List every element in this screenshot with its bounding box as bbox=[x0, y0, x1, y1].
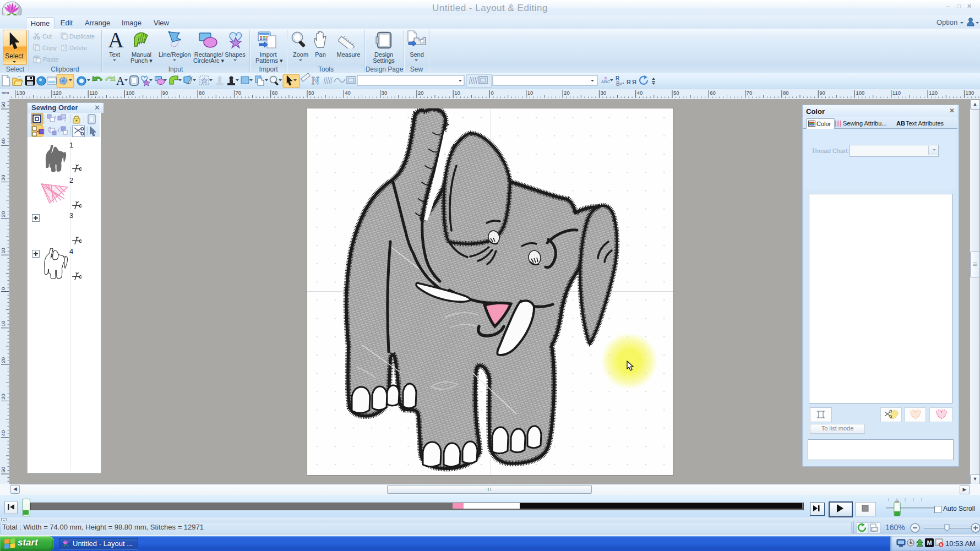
svg-text:60: 60 bbox=[272, 90, 278, 96]
svg-text:120: 120 bbox=[53, 90, 62, 96]
svg-text:90: 90 bbox=[819, 90, 825, 96]
svg-text:40: 40 bbox=[345, 90, 351, 96]
svg-text:20: 20 bbox=[0, 211, 6, 217]
svg-text:30: 30 bbox=[0, 175, 6, 181]
svg-text:40: 40 bbox=[0, 138, 6, 144]
svg-text:10: 10 bbox=[0, 321, 6, 327]
svg-text:0: 0 bbox=[0, 287, 6, 290]
svg-text:10: 10 bbox=[527, 90, 533, 96]
svg-text:20: 20 bbox=[0, 357, 6, 363]
svg-text:70: 70 bbox=[747, 90, 753, 96]
svg-text:40: 40 bbox=[637, 90, 643, 96]
svg-text:100: 100 bbox=[126, 90, 135, 96]
svg-text:20: 20 bbox=[418, 90, 424, 96]
svg-text:30: 30 bbox=[600, 90, 606, 96]
svg-text:30: 30 bbox=[0, 394, 6, 400]
svg-text:N: N bbox=[312, 75, 319, 86]
svg-text:90: 90 bbox=[162, 90, 168, 96]
svg-text:110: 110 bbox=[89, 90, 97, 96]
svg-text:80: 80 bbox=[783, 90, 789, 96]
svg-text:40: 40 bbox=[0, 430, 6, 437]
svg-text:130: 130 bbox=[965, 90, 974, 96]
svg-text:A: A bbox=[116, 74, 125, 88]
svg-text:50: 50 bbox=[673, 90, 679, 96]
svg-text:20: 20 bbox=[564, 90, 570, 96]
svg-text:ABC: ABC bbox=[601, 79, 611, 84]
svg-text:60: 60 bbox=[710, 90, 716, 96]
svg-text:110: 110 bbox=[892, 90, 901, 96]
svg-text:120: 120 bbox=[929, 90, 938, 96]
svg-text:130: 130 bbox=[17, 90, 25, 96]
svg-text:R: R bbox=[627, 79, 631, 85]
svg-text:10: 10 bbox=[454, 90, 460, 96]
svg-text:B↵: B↵ bbox=[616, 81, 624, 87]
svg-text:10: 10 bbox=[0, 248, 6, 254]
svg-text:100: 100 bbox=[856, 90, 865, 96]
svg-text:Я: Я bbox=[632, 79, 636, 85]
svg-text:50: 50 bbox=[0, 102, 6, 108]
svg-text:70: 70 bbox=[235, 90, 241, 96]
svg-text:50: 50 bbox=[308, 90, 314, 96]
svg-text:mm: mm bbox=[2, 90, 9, 95]
svg-text:30: 30 bbox=[382, 90, 388, 96]
svg-text:80: 80 bbox=[199, 90, 205, 96]
svg-text:50: 50 bbox=[0, 467, 6, 473]
svg-text:0: 0 bbox=[491, 90, 494, 96]
